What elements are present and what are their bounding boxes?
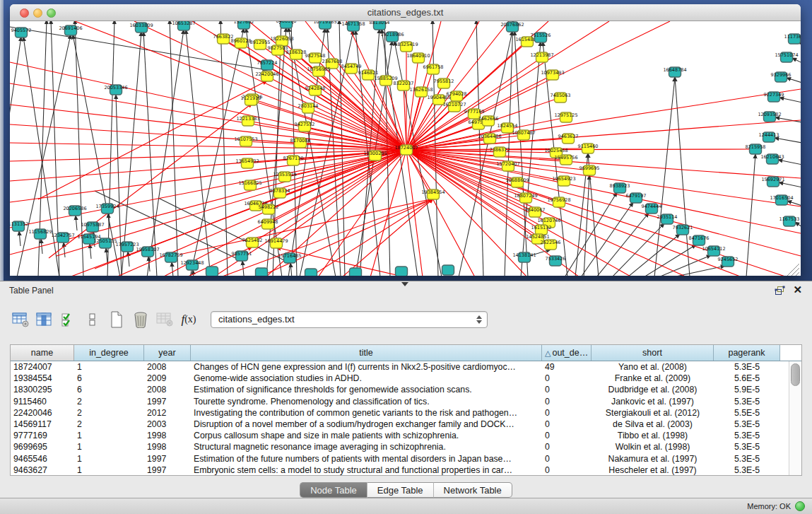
new-column-document-icon[interactable] — [106, 308, 127, 331]
column-header-out_de[interactable]: △out_de… — [542, 345, 592, 361]
table-vertical-scrollbar[interactable] — [789, 361, 801, 475]
cell-pagerank[interactable]: 5.3E-5 — [714, 453, 780, 465]
column-header-title[interactable]: title — [191, 345, 542, 361]
cell-title[interactable]: Genome-wide association studies in ADHD. — [191, 373, 542, 384]
graph-edge[interactable] — [476, 21, 483, 276]
table-row[interactable]: 946362711997Embryonic stem cells: a mode… — [11, 465, 789, 475]
graph-node[interactable] — [350, 268, 362, 276]
cell-name[interactable]: 9115460 — [11, 396, 74, 407]
cell-pagerank[interactable]: 5.3E-5 — [714, 361, 780, 373]
cell-in_degree[interactable]: 6 — [74, 373, 144, 384]
graph-edge[interactable] — [19, 231, 20, 246]
cell-in_degree[interactable]: 1 — [74, 430, 144, 441]
splitter-handle-icon[interactable] — [401, 282, 408, 286]
graph-edge[interactable] — [612, 223, 664, 276]
table-row[interactable]: 1872400712008Changes of HCN gene express… — [11, 361, 789, 373]
cell-pagerank[interactable]: 5.3E-5 — [714, 396, 780, 407]
graph-edge[interactable] — [290, 263, 292, 276]
cell-year[interactable]: 2008 — [144, 384, 191, 395]
cell-title[interactable]: Tourette syndrome. Phenomenology and cla… — [191, 396, 542, 407]
graph-edge[interactable] — [628, 234, 680, 276]
graph-edge[interactable] — [172, 262, 173, 276]
cell-title[interactable]: Corpus callosum shape and size in male p… — [191, 430, 542, 441]
graph-edge[interactable] — [584, 175, 589, 276]
graph-edge[interactable] — [659, 255, 711, 276]
graph-edge[interactable] — [38, 81, 267, 199]
cell-out_de[interactable]: 0 — [542, 465, 592, 475]
cell-title[interactable]: Changes of HCN gene expression and I(f) … — [191, 361, 542, 373]
cell-short[interactable]: Wolkin et al. (1998) — [592, 441, 714, 452]
tab-node-table[interactable]: Node Table — [300, 482, 367, 498]
cell-in_degree[interactable]: 2 — [74, 396, 144, 407]
column-header-name[interactable]: name — [11, 345, 74, 361]
graph-edge[interactable] — [64, 243, 65, 257]
cell-short[interactable]: Tibbo et al. (1998) — [592, 430, 714, 441]
cell-title[interactable]: Investigating the contribution of common… — [191, 407, 542, 419]
cell-short[interactable]: Nakamura et al. (1997) — [592, 453, 714, 465]
graph-edge[interactable] — [10, 83, 406, 150]
unselect-all-icon[interactable] — [82, 308, 103, 331]
graph-node[interactable] — [256, 268, 268, 276]
cell-year[interactable]: 1997 — [144, 396, 191, 407]
column-header-pagerank[interactable]: pagerank — [714, 345, 780, 361]
graph-node[interactable] — [206, 267, 218, 276]
cell-pagerank[interactable]: 5.3E-5 — [714, 430, 780, 441]
graph-edge[interactable] — [122, 32, 141, 276]
cell-year[interactable]: 2012 — [144, 407, 191, 419]
graph-node[interactable] — [305, 269, 317, 276]
cell-pagerank[interactable]: 5.5E-5 — [714, 407, 780, 419]
cell-short[interactable]: Yano et al. (2008) — [592, 361, 714, 373]
table-row[interactable]: 2242004622012Investigating the contribut… — [11, 407, 789, 419]
table-row[interactable]: 969969511998Structural magnetic resonanc… — [11, 441, 789, 452]
table-row[interactable]: 977716911998Corpus callosum shape and si… — [11, 430, 789, 441]
graph-node[interactable] — [442, 265, 454, 275]
cell-short[interactable]: Stergiakouli et al. (2012) — [592, 407, 714, 419]
graph-edge[interactable] — [95, 191, 242, 261]
cell-short[interactable]: Hescheler et al. (1997) — [592, 465, 714, 475]
column-header-in_degree[interactable]: in_degree — [74, 345, 144, 361]
scrollbar-thumb[interactable] — [791, 363, 800, 386]
select-all-checklist-icon[interactable] — [58, 308, 79, 331]
cell-name[interactable]: 18300295 — [11, 384, 74, 395]
tab-edge-table[interactable]: Edge Table — [367, 482, 434, 498]
cell-year[interactable]: 2008 — [144, 361, 191, 373]
cell-name[interactable]: 19384554 — [11, 373, 74, 384]
cell-title[interactable]: Embryonic stem cells: a model to study s… — [191, 465, 542, 475]
tab-network-table[interactable]: Network Table — [434, 482, 512, 498]
cell-out_de[interactable]: 0 — [542, 373, 592, 384]
graph-edge[interactable] — [193, 270, 194, 276]
cell-in_degree[interactable]: 2 — [74, 419, 144, 430]
cell-year[interactable]: 1998 — [144, 430, 191, 441]
graph-edge[interactable] — [779, 182, 801, 187]
cell-pagerank[interactable]: 5.6E-5 — [714, 373, 780, 384]
delete-column-trash-icon[interactable] — [130, 308, 151, 331]
cell-title[interactable]: Estimation of the future numbers of pati… — [191, 453, 542, 465]
table-row[interactable]: 1456911722003Disruption of a novel membe… — [11, 419, 789, 430]
graph-edge[interactable] — [143, 32, 157, 276]
graph-edge[interactable] — [128, 252, 129, 267]
cell-in_degree[interactable]: 1 — [74, 465, 144, 475]
graph-edge[interactable] — [406, 150, 801, 256]
cell-name[interactable]: 18724007 — [11, 361, 74, 373]
graph-edge[interactable] — [147, 30, 184, 276]
graph-edge[interactable] — [581, 202, 633, 276]
cell-year[interactable]: 1997 — [144, 453, 191, 465]
graph-edge[interactable] — [406, 21, 509, 150]
table-source-combobox[interactable]: citations_edges.txt — [211, 311, 488, 328]
cell-name[interactable]: 9465546 — [11, 453, 74, 465]
cell-name[interactable]: 9463627 — [11, 465, 74, 475]
cell-year[interactable]: 2009 — [144, 373, 191, 384]
cell-in_degree[interactable]: 1 — [74, 361, 144, 373]
cell-out_de[interactable]: 0 — [542, 441, 592, 452]
table-settings-icon[interactable] — [10, 308, 31, 331]
cell-title[interactable]: Structural magnetic resonance image aver… — [191, 441, 542, 452]
cell-out_de[interactable]: 0 — [542, 430, 592, 441]
graph-edge[interactable] — [775, 138, 801, 143]
function-builder-icon[interactable]: f(x) — [178, 308, 199, 331]
graph-edge[interactable] — [746, 154, 755, 276]
cell-out_de[interactable]: 49 — [542, 361, 592, 373]
cell-name[interactable]: 14569117 — [11, 419, 74, 430]
cell-pagerank[interactable]: 5.3E-5 — [714, 441, 780, 452]
cell-short[interactable]: de Silva et al. (2003) — [592, 419, 714, 430]
cell-name[interactable]: 9699695 — [11, 441, 74, 452]
